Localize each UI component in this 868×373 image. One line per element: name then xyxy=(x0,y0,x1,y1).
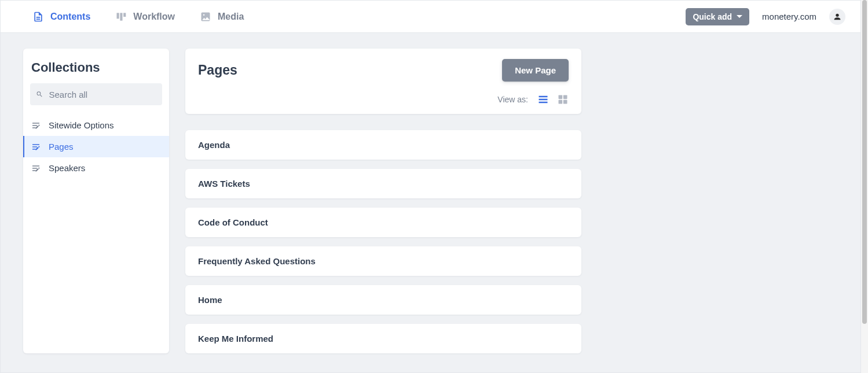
search-icon xyxy=(36,90,43,98)
svg-rect-9 xyxy=(559,100,563,104)
sidebar-item-label: Sitewide Options xyxy=(49,120,114,130)
image-icon xyxy=(199,11,212,23)
top-nav: Contents Workflow Media xyxy=(32,11,244,23)
sidebar-item-label: Pages xyxy=(49,142,74,152)
main-panel: Pages New Page View as: Ag xyxy=(185,49,581,353)
grid-view-icon[interactable] xyxy=(557,94,569,105)
entry-item[interactable]: Frequently Asked Questions xyxy=(185,246,581,276)
entry-item[interactable]: Home xyxy=(185,285,581,315)
new-page-button[interactable]: New Page xyxy=(502,59,569,82)
svg-rect-7 xyxy=(559,95,563,99)
page-title: Pages xyxy=(198,62,237,78)
svg-rect-0 xyxy=(117,13,119,19)
nav-media-label: Media xyxy=(218,12,244,22)
collections-title: Collections xyxy=(23,49,169,83)
pencil-lines-icon xyxy=(31,142,41,152)
entry-item[interactable]: Keep Me Informed xyxy=(185,324,581,353)
document-icon xyxy=(32,11,45,23)
entry-item[interactable]: AWS Tickets xyxy=(185,169,581,198)
scrollbar-thumb[interactable] xyxy=(862,0,867,324)
sidebar-item-sitewide-options[interactable]: Sitewide Options xyxy=(23,115,169,136)
nav-workflow[interactable]: Workflow xyxy=(115,11,175,23)
top-right: Quick add monetery.com xyxy=(686,8,845,25)
nav-media[interactable]: Media xyxy=(199,11,244,23)
top-header: Contents Workflow Media Quick add monete… xyxy=(1,0,860,33)
chevron-down-icon xyxy=(737,15,742,18)
svg-rect-8 xyxy=(563,95,567,99)
svg-rect-10 xyxy=(563,100,567,104)
kanban-icon xyxy=(115,11,127,23)
domain-link[interactable]: monetery.com xyxy=(762,12,816,21)
collections-sidebar: Collections Sitewide Options Pages xyxy=(23,49,169,353)
panel-header: Pages New Page View as: xyxy=(185,49,581,114)
pencil-lines-icon xyxy=(31,121,41,130)
search-input[interactable] xyxy=(49,90,156,99)
list-view-icon[interactable] xyxy=(537,94,549,105)
scrollbar[interactable] xyxy=(861,0,868,373)
entry-item[interactable]: Code of Conduct xyxy=(185,208,581,237)
user-icon xyxy=(833,12,842,21)
sidebar-item-speakers[interactable]: Speakers xyxy=(23,157,169,179)
nav-workflow-label: Workflow xyxy=(133,12,175,22)
avatar[interactable] xyxy=(829,9,845,25)
nav-contents-label: Contents xyxy=(50,12,90,22)
quick-add-label: Quick add xyxy=(693,12,732,21)
quick-add-button[interactable]: Quick add xyxy=(686,8,749,25)
view-as-label: View as: xyxy=(497,95,528,104)
pencil-lines-icon xyxy=(31,164,41,173)
svg-rect-2 xyxy=(123,13,126,17)
nav-contents[interactable]: Contents xyxy=(32,11,90,23)
search-box[interactable] xyxy=(30,83,162,105)
sidebar-item-label: Speakers xyxy=(49,163,85,173)
entries-list: Agenda AWS Tickets Code of Conduct Frequ… xyxy=(185,130,581,353)
svg-rect-1 xyxy=(120,13,123,20)
svg-point-3 xyxy=(836,13,838,16)
sidebar-item-pages[interactable]: Pages xyxy=(23,136,169,157)
entry-item[interactable]: Agenda xyxy=(185,130,581,160)
